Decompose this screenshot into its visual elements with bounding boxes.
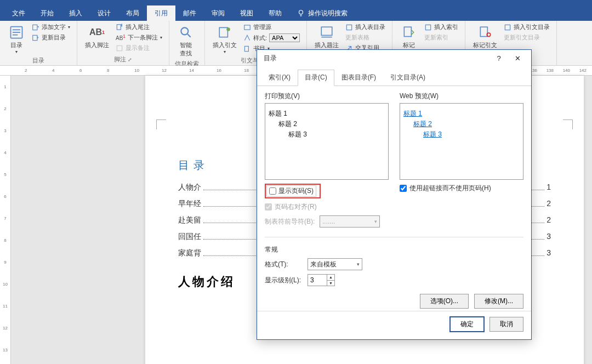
svg-rect-23 xyxy=(505,25,510,30)
preview-heading3: 标题 3 xyxy=(288,130,385,139)
toc-button-label: 目录 xyxy=(10,41,22,49)
update-toc-button[interactable]: 更新目录 xyxy=(31,33,71,42)
group-footnote: AB1 插入脚注 i 插入尾注 AB1 下一条脚注▾ 显示备注 脚注 ⤢ xyxy=(77,21,169,65)
web-preview-box[interactable]: 标题 1 标题 2 标题 3 xyxy=(400,103,523,180)
tab-leader-row: 制表符前导符(B): .......▾ xyxy=(265,215,389,228)
margin-corner-tl xyxy=(156,120,166,129)
insert-index-label: 插入索引 xyxy=(434,23,458,31)
tab-insert[interactable]: 插入 xyxy=(61,5,90,21)
update-table-label: 更新表格 xyxy=(345,33,369,42)
add-text-label: 添加文字 xyxy=(42,23,66,31)
dialog-tab-figures[interactable]: 图表目录(F) xyxy=(334,70,383,86)
web-preview-label: Web 预览(W) xyxy=(400,92,523,101)
cancel-button[interactable]: 取消 xyxy=(489,317,523,332)
show-notes-button: 显示备注 xyxy=(115,43,163,53)
svg-point-13 xyxy=(226,27,230,31)
insert-tof-button[interactable]: 插入表目录 xyxy=(344,22,386,32)
ok-button[interactable]: 确定 xyxy=(450,317,484,332)
svg-rect-15 xyxy=(244,46,248,51)
menubar: 文件 开始 插入 设计 布局 引用 邮件 审阅 视图 帮助 操作说明搜索 xyxy=(0,5,592,21)
toc-button[interactable]: 目录 ▾ xyxy=(5,22,27,55)
mark-citation-button[interactable]: 标记引文 xyxy=(471,22,499,50)
levels-label: 显示级别(L): xyxy=(265,276,303,285)
update-icon xyxy=(32,34,39,42)
general-section-label: 常规 xyxy=(265,245,523,254)
dialog-tab-index[interactable]: 索引(X) xyxy=(261,70,298,86)
dialog-tab-toc[interactable]: 目录(C) xyxy=(298,70,334,86)
tab-view[interactable]: 视图 xyxy=(232,5,261,21)
search-icon xyxy=(177,24,195,41)
chevron-down-icon: ▾ xyxy=(224,49,226,54)
tab-help[interactable]: 帮助 xyxy=(261,5,289,21)
svg-line-11 xyxy=(187,34,190,37)
tof-icon xyxy=(345,24,353,31)
tab-home[interactable]: 开始 xyxy=(33,5,61,21)
tab-review[interactable]: 审阅 xyxy=(204,5,232,21)
show-page-numbers-row: 显示页码(S) xyxy=(265,184,389,198)
style-label: 样式: xyxy=(253,34,267,42)
tell-me[interactable]: 操作说明搜索 xyxy=(289,5,355,21)
tab-layout[interactable]: 布局 xyxy=(118,5,147,21)
insert-citation-label: 插入引文 xyxy=(213,41,237,49)
next-footnote-button[interactable]: AB1 下一条脚注▾ xyxy=(115,33,163,42)
print-preview-label: 打印预览(V) xyxy=(265,92,389,101)
lightbulb-icon xyxy=(297,9,305,17)
svg-rect-9 xyxy=(117,46,122,50)
format-select[interactable]: 来自模板▾ xyxy=(308,258,362,270)
caption-icon xyxy=(318,24,335,41)
insert-index-button[interactable]: 插入索引 xyxy=(423,22,459,32)
mark-entry-button[interactable]: 标记 xyxy=(398,22,420,50)
style-select[interactable]: APA xyxy=(269,33,300,42)
levels-spinner[interactable]: ▲▼ xyxy=(308,274,335,286)
manage-sources-button[interactable]: 管理源 xyxy=(242,22,301,32)
tab-design[interactable]: 设计 xyxy=(90,5,118,21)
group-search: 智能 查找 信息检索 xyxy=(169,21,205,65)
dialog-body: 打印预览(V) 标题 1 标题 2 标题 3 显示页码(S) xyxy=(257,86,531,311)
titlebar xyxy=(0,0,592,5)
close-button[interactable]: ✕ xyxy=(508,52,527,65)
highlight-annotation: 显示页码(S) xyxy=(265,184,321,198)
add-text-button[interactable]: 添加文字▾ xyxy=(31,22,71,32)
right-align-checkbox xyxy=(265,203,272,211)
spin-down-icon[interactable]: ▼ xyxy=(327,281,334,286)
insert-footnote-button[interactable]: AB1 插入脚注 xyxy=(83,22,111,50)
margin-corner-tr xyxy=(563,120,573,129)
dialog-tab-authorities[interactable]: 引文目录(A) xyxy=(383,70,432,86)
insert-toa-button[interactable]: 插入引文目录 xyxy=(503,22,551,32)
web-preview-link2[interactable]: 标题 2 xyxy=(413,120,432,128)
print-preview-box[interactable]: 标题 1 标题 2 标题 3 xyxy=(265,103,389,180)
style-icon xyxy=(243,34,251,42)
tab-file[interactable]: 文件 xyxy=(4,5,33,21)
spin-up-icon[interactable]: ▲ xyxy=(327,275,334,281)
smart-lookup-button[interactable]: 智能 查找 xyxy=(175,22,197,59)
mark-cite-icon xyxy=(476,24,494,41)
manage-sources-label: 管理源 xyxy=(253,23,271,31)
insert-endnote-label: 插入尾注 xyxy=(126,23,150,31)
options-button[interactable]: 选项(O)... xyxy=(420,294,469,309)
tab-references[interactable]: 引用 xyxy=(147,5,175,21)
help-button[interactable]: ? xyxy=(489,52,508,65)
format-label: 格式(T): xyxy=(265,260,303,269)
modify-button[interactable]: 修改(M)... xyxy=(474,294,523,309)
footnote-icon: AB1 xyxy=(88,24,106,41)
mark-entry-label: 标记 xyxy=(403,41,415,49)
update-index-label: 更新索引 xyxy=(424,33,448,42)
smart-lookup-label: 智能 查找 xyxy=(180,41,192,58)
insert-caption-button[interactable]: 插入题注 xyxy=(312,22,341,50)
tab-mailings[interactable]: 邮件 xyxy=(175,5,204,21)
levels-input[interactable] xyxy=(308,275,327,286)
style-selector[interactable]: 样式: APA xyxy=(242,33,301,43)
web-preview-link1[interactable]: 标题 1 xyxy=(403,110,422,117)
endnote-icon: i xyxy=(116,24,123,31)
next-footnote-label: 下一条脚注 xyxy=(128,33,158,42)
dialog-titlebar[interactable]: 目录 ? ✕ xyxy=(257,50,531,66)
insert-citation-button[interactable]: 插入引文 ▾ xyxy=(210,22,239,55)
tab-leader-select: .......▾ xyxy=(320,215,380,228)
show-page-numbers-checkbox[interactable] xyxy=(269,187,276,195)
preview-heading2: 标题 2 xyxy=(278,120,385,129)
update-index-button: 更新索引 xyxy=(423,33,459,42)
use-hyperlinks-checkbox[interactable] xyxy=(400,185,407,192)
web-preview-link3[interactable]: 标题 3 xyxy=(423,130,442,138)
notes-icon xyxy=(116,44,123,52)
insert-endnote-button[interactable]: i 插入尾注 xyxy=(115,22,163,32)
